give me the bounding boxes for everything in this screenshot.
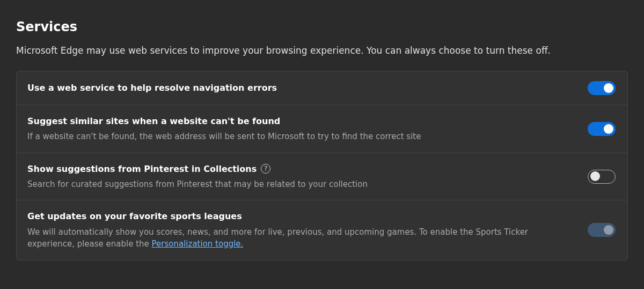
setting-sports-sub: We will automatically show you scores, n…: [27, 226, 575, 250]
setting-nav-errors: Use a web service to help resolve naviga…: [17, 71, 627, 105]
services-settings-list: Use a web service to help resolve naviga…: [16, 71, 628, 261]
services-heading: Services: [16, 19, 628, 34]
setting-similar-sites-toggle[interactable]: [588, 122, 616, 136]
setting-sports-title: Get updates on your favorite sports leag…: [27, 210, 575, 222]
setting-nav-errors-toggle[interactable]: [588, 81, 616, 95]
setting-sports-toggle: [588, 223, 616, 237]
toggle-knob: [604, 124, 613, 134]
setting-pinterest: Show suggestions from Pinterest in Colle…: [17, 153, 627, 201]
setting-similar-sites-sub: If a website can't be found, the web add…: [27, 131, 575, 143]
setting-similar-sites-title: Suggest similar sites when a website can…: [27, 115, 575, 127]
setting-sports: Get updates on your favorite sports leag…: [17, 200, 627, 259]
toggle-knob: [604, 83, 613, 93]
toggle-knob: [590, 171, 600, 181]
setting-pinterest-toggle[interactable]: [588, 170, 616, 184]
setting-sports-sub-text: We will automatically show you scores, n…: [27, 227, 528, 249]
help-icon[interactable]: ?: [261, 164, 270, 174]
setting-pinterest-title: Show suggestions from Pinterest in Colle…: [27, 163, 257, 175]
setting-similar-sites: Suggest similar sites when a website can…: [17, 105, 627, 153]
personalization-toggle-link[interactable]: Personalization toggle.: [152, 239, 244, 249]
setting-nav-errors-title: Use a web service to help resolve naviga…: [27, 82, 575, 94]
services-description: Microsoft Edge may use web services to i…: [16, 45, 628, 56]
toggle-knob: [604, 225, 613, 235]
setting-pinterest-sub: Search for curated suggestions from Pint…: [27, 178, 575, 191]
